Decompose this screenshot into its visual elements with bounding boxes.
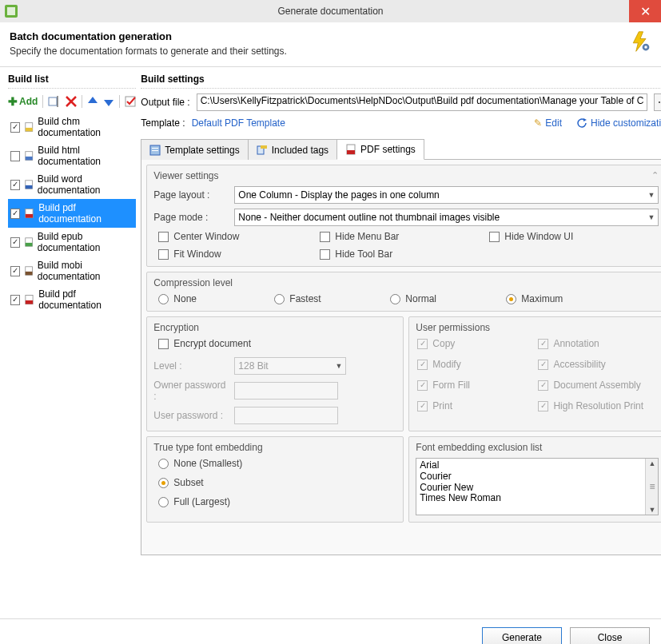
tab-pdf-settings[interactable]: PDF settings xyxy=(336,139,424,160)
svg-rect-23 xyxy=(25,272,32,275)
rename-icon[interactable] xyxy=(48,95,61,108)
permissions-group: User permissions CopyAnnotationModifyAcc… xyxy=(408,316,661,431)
font-embed-full-radio[interactable]: Full (Largest) xyxy=(158,496,396,507)
svg-rect-19 xyxy=(26,214,33,218)
font-exclusion-item[interactable]: Courier New xyxy=(420,483,642,494)
output-file-label: Output file : xyxy=(141,97,189,108)
hide-window-ui-checkbox[interactable]: Hide Window UI xyxy=(489,231,649,242)
build-list-item[interactable]: Build word documentation xyxy=(8,170,136,199)
checkbox[interactable] xyxy=(10,180,20,190)
font-embed-none-radio[interactable]: None (Smallest) xyxy=(158,458,396,469)
encryption-group: Encryption Encrypt document Level : 128 … xyxy=(146,316,404,431)
tab-label: Template settings xyxy=(165,145,239,156)
checkbox[interactable] xyxy=(10,266,20,276)
font-exclusion-item[interactable]: Times New Roman xyxy=(420,493,642,504)
permission-copy-checkbox: Copy xyxy=(417,338,538,349)
svg-rect-5 xyxy=(49,97,57,105)
encryption-title: Encryption xyxy=(153,322,396,333)
encrypt-document-checkbox[interactable]: Encrypt document xyxy=(153,338,396,349)
scroll-up-icon[interactable]: ▲ xyxy=(648,459,655,468)
svg-rect-21 xyxy=(25,243,32,246)
hide-menu-bar-checkbox[interactable]: Hide Menu Bar xyxy=(320,231,480,242)
page-layout-label: Page layout : xyxy=(153,189,229,201)
build-list-item-label: Build mobi documentation xyxy=(38,260,134,282)
browse-output-button[interactable]: ⋯ xyxy=(654,93,661,111)
encryption-level-select: 128 Bit▼ xyxy=(234,357,346,375)
page-layout-select[interactable]: One Column - Display the pages in one co… xyxy=(234,186,659,204)
build-list-item[interactable]: Build html documentation xyxy=(8,141,136,170)
font-exclusion-item[interactable]: Courier xyxy=(420,471,642,483)
permission-print-checkbox: Print xyxy=(417,400,538,411)
page-mode-label: Page mode : xyxy=(153,212,229,223)
font-exclusion-listbox[interactable]: ArialCourierCourier NewTimes New Roman ▲… xyxy=(416,458,659,515)
build-list-panel: Build list ✚Add Build chm documentationB… xyxy=(0,67,136,618)
svg-rect-15 xyxy=(26,157,33,160)
build-list-item-label: Build pdf documentation xyxy=(38,202,133,225)
page-mode-select[interactable]: None - Neither document outline not thum… xyxy=(234,209,659,226)
owner-password-input xyxy=(234,382,338,400)
svg-rect-17 xyxy=(25,185,32,189)
scrollbar[interactable]: ▲ ≡ ▼ xyxy=(645,459,658,515)
build-list-item-label: Build word documentation xyxy=(38,173,134,196)
compression-group: Compression level NoneFastestNormalMaxim… xyxy=(146,272,661,312)
svg-marker-26 xyxy=(583,118,587,121)
tab-included-tags[interactable]: Included tags xyxy=(248,139,337,160)
template-label: Template : xyxy=(141,117,185,129)
titlebar: Generate documentation ✕ xyxy=(0,0,661,22)
close-button[interactable]: Close xyxy=(570,627,650,645)
font-exclusion-title: Font embedding exclusion list xyxy=(416,442,659,453)
compression-normal-radio[interactable]: Normal xyxy=(390,293,506,304)
compression-fastest-radio[interactable]: Fastest xyxy=(274,293,390,304)
checkbox[interactable] xyxy=(10,237,20,248)
collapse-icon[interactable]: ⌃ xyxy=(651,170,659,181)
close-window-button[interactable]: ✕ xyxy=(629,0,661,22)
svg-marker-9 xyxy=(88,97,98,103)
compression-none-radio[interactable]: None xyxy=(158,293,274,304)
font-embed-subset-radio[interactable]: Subset xyxy=(158,477,396,488)
font-embedding-group: True type font embedding None (Smallest)… xyxy=(146,436,404,523)
delete-icon[interactable] xyxy=(66,96,77,107)
encryption-level-label: Level : xyxy=(153,360,229,372)
svg-point-4 xyxy=(644,46,647,49)
checkbox[interactable] xyxy=(10,209,20,219)
viewer-settings-group: Viewer settings⌃ Page layout : One Colum… xyxy=(146,165,661,267)
scroll-grip-icon[interactable]: ≡ xyxy=(649,483,655,490)
permission-modify-checkbox: Modify xyxy=(417,359,538,370)
build-settings-title: Build settings xyxy=(141,74,661,85)
build-list-item[interactable]: Build pdf documentation xyxy=(8,285,136,314)
scroll-down-icon[interactable]: ▼ xyxy=(648,505,655,515)
hide-tool-bar-checkbox[interactable]: Hide Tool Bar xyxy=(320,248,480,260)
tab-template-settings[interactable]: Template settings xyxy=(141,139,248,160)
lightning-gear-icon xyxy=(629,30,651,53)
template-link[interactable]: Default PDF Template xyxy=(192,117,285,129)
tab-label: Included tags xyxy=(272,145,329,156)
hide-customization-link[interactable]: Hide customization xyxy=(576,117,661,129)
settings-tabs: Template settingsIncluded tagsPDF settin… xyxy=(141,138,661,160)
user-password-label: User password : xyxy=(153,410,229,421)
build-list-title: Build list xyxy=(8,74,136,85)
compression-maximum-radio[interactable]: Maximum xyxy=(506,293,622,304)
build-list-item[interactable]: Build pdf documentation xyxy=(8,199,136,228)
check-all-icon[interactable] xyxy=(125,96,136,107)
checkbox[interactable] xyxy=(10,151,20,161)
checkbox[interactable] xyxy=(10,295,20,305)
build-list-item[interactable]: Build mobi documentation xyxy=(8,256,136,285)
build-list-item[interactable]: Build chm documentation xyxy=(8,113,136,141)
output-file-input[interactable]: C:\Users\KellyFitzpatrick\Documents\Help… xyxy=(197,93,648,111)
generate-button[interactable]: Generate xyxy=(482,627,562,645)
fit-window-checkbox[interactable]: Fit Window xyxy=(158,248,310,260)
center-window-checkbox[interactable]: Center Window xyxy=(158,231,310,242)
font-exclusion-item[interactable]: Arial xyxy=(420,460,642,471)
build-list-item[interactable]: Build epub documentation xyxy=(8,228,136,256)
move-down-icon[interactable] xyxy=(103,96,114,107)
add-button[interactable]: ✚Add xyxy=(8,96,38,107)
build-list-toolbar: ✚Add xyxy=(8,93,136,113)
user-password-input xyxy=(234,407,338,424)
permission-form-fill-checkbox: Form Fill xyxy=(417,380,538,391)
svg-rect-13 xyxy=(26,128,33,131)
move-up-icon[interactable] xyxy=(87,96,98,107)
edit-template-link[interactable]: ✎Edit xyxy=(534,117,562,129)
font-embedding-title: True type font embedding xyxy=(153,442,396,453)
build-list-item-label: Build html documentation xyxy=(38,145,133,167)
checkbox[interactable] xyxy=(10,122,20,133)
